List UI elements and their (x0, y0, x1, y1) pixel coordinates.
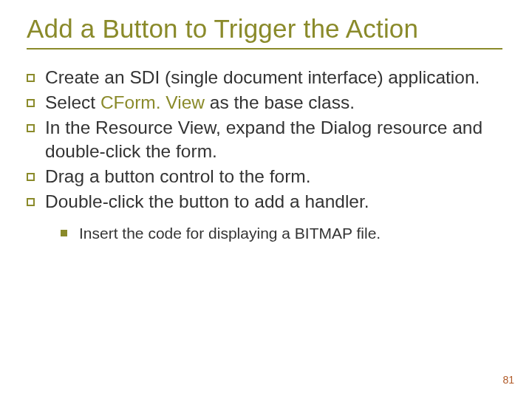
square-bullet-icon (27, 74, 35, 82)
bullet-text: In the Resource View, expand the Dialog … (45, 116, 502, 163)
bullet-text: Select CForm. View as the base class. (45, 91, 502, 115)
square-filled-bullet-icon (61, 230, 67, 236)
square-bullet-icon (27, 173, 35, 181)
list-item: Create an SDI (single document interface… (27, 66, 502, 89)
highlight-text: CForm. View (100, 92, 205, 112)
bullet-text: Double-click the button to add a handler… (45, 190, 502, 214)
sub-bullet-list: Insert the code for displaying a BITMAP … (61, 223, 502, 243)
square-bullet-icon (27, 198, 35, 206)
bullet-text: Drag a button control to the form. (45, 165, 502, 188)
list-item: Drag a button control to the form. (27, 165, 502, 188)
slide: Add a Button to Trigger the Action Creat… (0, 0, 532, 244)
title-underline (27, 48, 502, 50)
square-bullet-icon (27, 99, 35, 107)
list-item: Select CForm. View as the base class. (27, 91, 502, 115)
page-number: 81 (502, 374, 514, 386)
list-item: Double-click the button to add a handler… (27, 190, 502, 214)
list-item: Insert the code for displaying a BITMAP … (61, 223, 502, 243)
bullet-text: Create an SDI (single document interface… (45, 66, 502, 89)
bullet-list: Create an SDI (single document interface… (27, 66, 502, 243)
list-item: In the Resource View, expand the Dialog … (27, 116, 502, 163)
square-bullet-icon (27, 124, 35, 132)
slide-title: Add a Button to Trigger the Action (27, 13, 502, 44)
sub-bullet-text: Insert the code for displaying a BITMAP … (79, 223, 502, 243)
